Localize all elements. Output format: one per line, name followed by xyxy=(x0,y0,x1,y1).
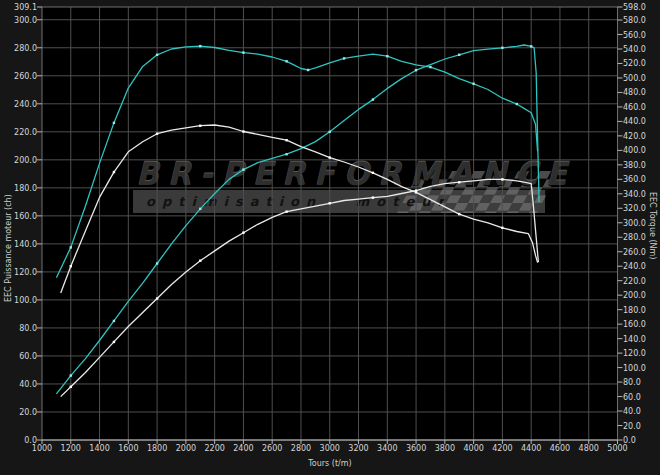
marker-power_stock_ch xyxy=(329,202,331,204)
right-tick-label: 340.0 xyxy=(623,189,646,198)
marker-torque_stock_nm xyxy=(70,265,72,267)
right-tick-label: 480.0 xyxy=(623,88,646,97)
x-tick-label: 2800 xyxy=(291,444,311,453)
x-tick-label: 4800 xyxy=(579,444,599,453)
right-tick-label: 560.0 xyxy=(623,30,646,39)
marker-torque_tuned_nm xyxy=(516,103,518,105)
right-tick-label: 120.0 xyxy=(623,349,646,358)
marker-power_stock_ch xyxy=(285,210,287,212)
right-tick-label: 140.0 xyxy=(623,334,646,343)
right-tick-label: 60.0 xyxy=(623,392,641,401)
left-tick-label: 300.0 xyxy=(3,15,37,24)
right-tick-label: 500.0 xyxy=(623,73,646,82)
right-tick-label: 300.0 xyxy=(623,218,646,227)
marker-torque_tuned_nm xyxy=(472,83,474,85)
x-tick-label: 5000 xyxy=(607,444,627,453)
x-tick-label: 1000 xyxy=(32,444,52,453)
right-tick-label: 420.0 xyxy=(623,131,646,140)
right-tick-label: 360.0 xyxy=(623,175,646,184)
marker-torque_tuned_nm xyxy=(199,45,201,47)
right-tick-label: 598.0 xyxy=(623,3,646,12)
right-tick-label: 580.0 xyxy=(623,16,646,25)
left-tick-label: 180.0 xyxy=(3,183,37,192)
right-tick-label: 280.0 xyxy=(623,233,646,242)
marker-power_stock_ch xyxy=(113,341,115,343)
right-tick-label: 20.0 xyxy=(623,421,641,430)
x-tick-label: 4200 xyxy=(492,444,512,453)
right-tick-label: 260.0 xyxy=(623,247,646,256)
marker-power_tuned_ch xyxy=(113,320,115,322)
x-tick-label: 1800 xyxy=(147,444,167,453)
marker-torque_stock_nm xyxy=(372,172,374,174)
left-tick-label: 280.0 xyxy=(3,43,37,52)
marker-power_tuned_ch xyxy=(530,45,532,47)
left-tick-label: 80.0 xyxy=(3,323,37,332)
marker-power_tuned_ch xyxy=(458,54,460,56)
right-tick-label: 320.0 xyxy=(623,204,646,213)
x-tick-label: 3400 xyxy=(377,444,397,453)
right-tick-label: 460.0 xyxy=(623,102,646,111)
marker-power_tuned_ch xyxy=(501,47,503,49)
right-tick-label: 440.0 xyxy=(623,117,646,126)
marker-torque_tuned_nm xyxy=(343,57,345,59)
x-tick-label: 2400 xyxy=(233,444,253,453)
marker-power_tuned_ch xyxy=(285,153,287,155)
dyno-chart: BR-PERFORMANCE optimisation moteur 309.1… xyxy=(0,0,660,475)
marker-torque_tuned_nm xyxy=(429,66,431,68)
marker-torque_stock_nm xyxy=(501,227,503,229)
right-tick-label: 40.0 xyxy=(623,407,641,416)
marker-power_stock_ch xyxy=(458,181,460,183)
marker-power_stock_ch xyxy=(372,196,374,198)
marker-torque_tuned_nm xyxy=(242,51,244,53)
marker-torque_tuned_nm xyxy=(70,246,72,248)
marker-power_stock_ch xyxy=(156,297,158,299)
right-tick-label: 520.0 xyxy=(623,59,646,68)
x-axis-title: Tours (t/m) xyxy=(308,459,351,468)
left-tick-label: 20.0 xyxy=(3,407,37,416)
marker-torque_stock_nm xyxy=(199,125,201,127)
marker-power_stock_ch xyxy=(199,259,201,261)
marker-torque_stock_nm xyxy=(415,191,417,193)
left-tick-label: 220.0 xyxy=(3,127,37,136)
x-tick-label: 3800 xyxy=(435,444,455,453)
marker-power_tuned_ch xyxy=(242,168,244,170)
right-tick-label: 100.0 xyxy=(623,363,646,372)
left-tick-label: 200.0 xyxy=(3,155,37,164)
left-tick-label: 260.0 xyxy=(3,71,37,80)
right-tick-label: 200.0 xyxy=(623,291,646,300)
marker-torque_tuned_nm xyxy=(113,122,115,124)
marker-power_tuned_ch xyxy=(156,262,158,264)
left-tick-label: 240.0 xyxy=(3,99,37,108)
marker-torque_stock_nm xyxy=(156,133,158,135)
marker-power_tuned_ch xyxy=(199,208,201,210)
marker-power_tuned_ch xyxy=(415,69,417,71)
marker-torque_tuned_nm xyxy=(307,69,309,71)
x-tick-label: 4600 xyxy=(550,444,570,453)
x-tick-label: 1400 xyxy=(89,444,109,453)
right-tick-label: 180.0 xyxy=(623,305,646,314)
curve-power_stock_ch xyxy=(61,179,539,396)
right-tick-label: 240.0 xyxy=(623,262,646,271)
marker-torque_tuned_nm xyxy=(156,54,158,56)
x-tick-label: 1200 xyxy=(61,444,81,453)
marker-torque_tuned_nm xyxy=(285,60,287,62)
marker-torque_stock_nm xyxy=(113,171,115,173)
right-tick-label: 80.0 xyxy=(623,378,641,387)
marker-power_stock_ch xyxy=(70,386,72,388)
right-tick-label: 160.0 xyxy=(623,320,646,329)
x-tick-label: 3200 xyxy=(348,444,368,453)
left-tick-label: 40.0 xyxy=(3,379,37,388)
x-tick-label: 2600 xyxy=(262,444,282,453)
marker-torque_stock_nm xyxy=(242,130,244,132)
marker-torque_stock_nm xyxy=(329,156,331,158)
right-tick-label: 400.0 xyxy=(623,146,646,155)
x-tick-label: 2200 xyxy=(204,444,224,453)
x-tick-label: 3600 xyxy=(406,444,426,453)
marker-torque_stock_nm xyxy=(285,139,287,141)
left-tick-label: 309.1 xyxy=(3,3,37,12)
left-tick-label: 60.0 xyxy=(3,351,37,360)
marker-torque_stock_nm xyxy=(458,213,460,215)
right-axis-title: EEC Torque (Nm) xyxy=(648,192,657,259)
x-tick-label: 4400 xyxy=(521,444,541,453)
marker-power_tuned_ch xyxy=(372,98,374,100)
